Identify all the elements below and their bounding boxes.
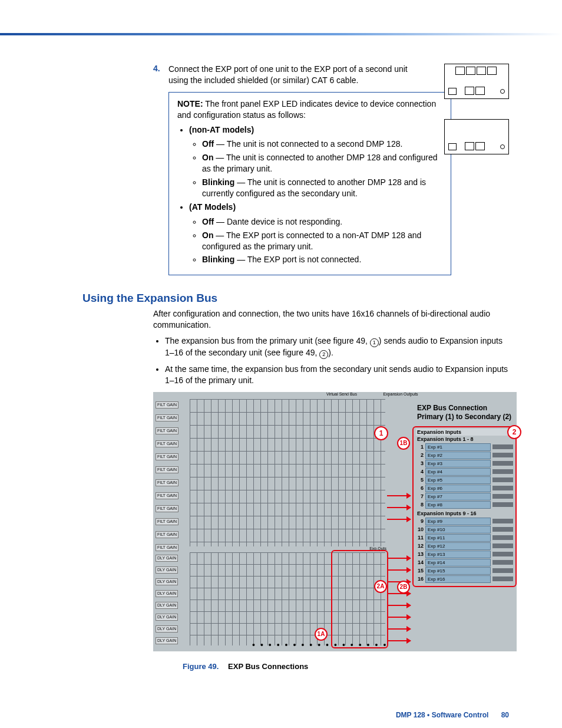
mix-row-label: DLYGAIN [156,566,178,574]
exp-input-row: 13Exp #13 [416,551,513,558]
exp-input-row: 1Exp #1 [416,443,513,451]
exp-input-row: 3Exp #3 [416,460,513,467]
mix-row-label: DLYGAIN [156,625,178,633]
mix-matrix-area: Virtual Send Bus Expansion Outputs Exp.O… [153,392,389,651]
page-footer: DMP 128 • Software Control 80 [0,711,509,719]
callout-1b: 1B [397,437,410,450]
red-arrow [387,507,411,508]
exp-inputs-header: Expansion Inputs [416,429,513,436]
callout-1a: 1A [315,628,328,641]
red-arrow [387,558,411,559]
mix-row-label: FILTGAIN [156,427,178,434]
mix-row-label: DLYGAIN [156,578,178,585]
exp-input-row: 11Exp #11 [416,534,513,542]
figure-caption-text: EXP Bus Connections [228,662,308,671]
inline-ref-2: 2 [319,350,328,359]
device-illustration [444,64,509,174]
note-intro: The front panel EXP LED indicates device… [177,99,436,120]
exp-input-row: 10Exp #10 [416,526,513,533]
section-bullets: The expansion bus from the primary unit … [153,335,509,386]
mix-row-label: FILTGAIN [156,518,178,525]
red-dots-row: ••••••••••••••••• [252,640,391,650]
device-unit-bottom [444,119,509,154]
mix-row-label: FILTGAIN [156,453,178,460]
note-label: NOTE: [177,99,203,108]
figure-caption-prefix: Figure 49. [183,662,219,671]
exp-input-row: 14Exp #14 [416,559,513,566]
exp-input-row: 8Exp #8 [416,501,513,509]
expansion-inputs-box: Expansion Inputs Expansion Inputs 1 - 8 … [412,426,517,587]
mix-row-label: DLYGAIN [156,602,178,609]
mix-row-label: FILTGAIN [156,440,178,447]
device-unit-top [444,64,509,99]
red-arrow [387,569,411,571]
mix-row-label: FILTGAIN [156,505,178,512]
exp-input-row: 12Exp #12 [416,542,513,550]
red-arrow [387,628,411,630]
right-panel: EXP Bus Connection Primary (1) to Second… [412,392,517,587]
mix-row-label: FILTGAIN [156,479,178,486]
footer-text: DMP 128 • Software Control [396,711,488,719]
red-arrow [387,495,411,496]
callout-2: 2 [507,425,521,439]
callout-1: 1 [374,426,388,440]
mix-row-label: FILTGAIN [156,466,178,473]
red-highlight-1a [331,550,388,648]
page-body: 4. Connect the EXP port of one unit to t… [0,35,562,694]
exp-input-row: 9Exp #9 [416,518,513,525]
red-arrow [387,617,411,618]
exp-input-row: 15Exp #15 [416,567,513,575]
bullet-0: The expansion bus from the primary unit … [165,335,509,359]
section-heading: Using the Expansion Bus [82,292,509,305]
mix-row-label: DLYGAIN [156,614,178,621]
exp-input-row: 6Exp #6 [416,485,513,492]
figure-caption: Figure 49. EXP Bus Connections [183,662,509,671]
mix-row-label: DLYGAIN [156,590,178,597]
exp-input-row: 7Exp #7 [416,493,513,500]
mix-row-label: DLYGAIN [156,555,178,562]
mix-row-label: FILTGAIN [156,401,178,409]
red-arrow [387,593,411,594]
red-arrow [387,605,411,606]
right-panel-title: EXP Bus Connection Primary (1) to Second… [417,404,517,421]
exp-input-row: 2Exp #2 [416,452,513,459]
note-box: NOTE: The front panel EXP LED indicates … [168,92,451,276]
exp-inputs-sub1: Expansion Inputs 1 - 8 [416,436,513,443]
step-text: Connect the EXP port of one unit to the … [168,64,428,86]
footer-page-number: 80 [501,711,509,719]
figure-49: Virtual Send Bus Expansion Outputs Exp.O… [153,392,517,651]
callout-2a: 2A [374,580,387,593]
exp-input-row: 16Exp #16 [416,575,513,583]
red-arrow [387,640,411,641]
note-group-list: (non-AT models) Off — The unit is not co… [177,124,442,266]
exp-input-row: 4Exp #4 [416,468,513,476]
mix-row-label: FILTGAIN [156,531,178,538]
note-group-title-0: (non-AT models) [189,125,254,134]
step-number: 4. [153,64,168,73]
mix-row-label: FILTGAIN [156,414,178,421]
note-group-title-1: (AT Models) [189,202,236,212]
callout-2b: 2B [397,581,410,594]
section-intro: After configuration and connection, the … [153,308,509,331]
exp-input-row: 5Exp #5 [416,476,513,484]
mix-grid-top [190,399,385,546]
exp-inputs-sub2: Expansion Inputs 9 - 16 [416,510,513,517]
red-arrow [387,519,411,520]
bullet-1: At the same time, the expansion bus from… [165,364,509,386]
mix-row-label: FILTGAIN [156,544,178,551]
inline-ref-1: 1 [370,338,379,347]
mix-row-label: FILTGAIN [156,492,178,499]
mix-row-label: DLYGAIN [156,637,178,644]
